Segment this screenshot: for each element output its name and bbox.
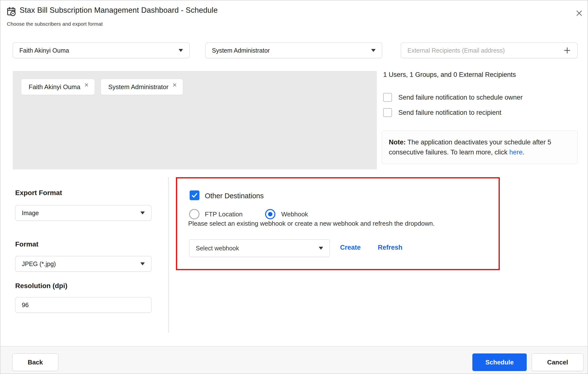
failure-recipient-row: Send failure notification to recipient xyxy=(383,108,501,117)
external-recipients-field[interactable] xyxy=(401,43,578,58)
vertical-divider xyxy=(168,177,169,333)
schedule-calendar-icon xyxy=(6,6,17,17)
chip-label: Faith Akinyi Ouma xyxy=(29,83,80,91)
ftp-location-label: FTP Location xyxy=(205,210,243,218)
failure-owner-label: Send failure notification to schedule ow… xyxy=(398,94,523,101)
page-subtitle: Choose the subscribers and export format xyxy=(7,21,103,27)
group-select-value: System Administrator xyxy=(212,47,270,54)
check-icon xyxy=(191,192,198,199)
export-format-select[interactable]: Image xyxy=(15,205,151,221)
caret-down-icon xyxy=(140,211,145,214)
recipient-summary: 1 Users, 1 Groups, and 0 External Recipi… xyxy=(383,71,516,79)
other-destinations-label: Other Destinations xyxy=(205,192,264,200)
chip-remove-button[interactable] xyxy=(84,83,89,87)
chip-label: System Administrator xyxy=(108,83,169,91)
create-webhook-link[interactable]: Create xyxy=(340,244,361,251)
close-button[interactable] xyxy=(574,8,584,18)
webhook-select-value: Select webhook xyxy=(196,245,239,252)
schedule-dialog: Stax Bill Subscription Management Dashbo… xyxy=(0,0,588,374)
failure-recipient-label: Send failure notification to recipient xyxy=(398,109,501,117)
schedule-button[interactable]: Schedule xyxy=(472,353,527,371)
ftp-location-radio[interactable] xyxy=(189,209,199,219)
user-select[interactable]: Faith Akinyi Ouma xyxy=(13,43,190,58)
caret-down-icon xyxy=(319,247,323,250)
format-value: JPEG (*.jpg) xyxy=(22,260,56,268)
export-format-heading: Export Format xyxy=(15,189,62,197)
chip-remove-button[interactable] xyxy=(172,83,177,87)
selected-recipients-panel: Faith Akinyi Ouma System Administrator xyxy=(13,71,377,169)
format-heading: Format xyxy=(15,240,38,248)
caret-down-icon xyxy=(140,262,145,265)
plus-icon xyxy=(563,47,571,54)
note-text: The application deactivates your schedul… xyxy=(389,139,551,156)
group-select[interactable]: System Administrator xyxy=(205,43,382,58)
note-here-link[interactable]: here xyxy=(509,149,523,156)
external-recipients-input[interactable] xyxy=(407,47,563,54)
page-title: Stax Bill Subscription Management Dashbo… xyxy=(20,6,218,15)
webhook-radio[interactable] xyxy=(265,209,275,219)
recipient-chip: Faith Akinyi Ouma xyxy=(21,79,95,95)
webhook-label: Webhook xyxy=(281,210,308,218)
format-select[interactable]: JPEG (*.jpg) xyxy=(15,256,151,272)
failure-owner-checkbox[interactable] xyxy=(383,93,392,102)
failure-owner-row: Send failure notification to schedule ow… xyxy=(383,93,523,102)
webhook-helper-text: Please select an existing webhook or cre… xyxy=(188,220,435,227)
resolution-input[interactable] xyxy=(22,302,145,309)
cancel-button[interactable]: Cancel xyxy=(532,353,584,371)
close-icon xyxy=(576,10,583,17)
other-destinations-checkbox[interactable] xyxy=(190,190,199,200)
close-icon xyxy=(172,83,177,87)
caret-down-icon xyxy=(179,49,183,52)
caret-down-icon xyxy=(371,49,376,52)
back-button[interactable]: Back xyxy=(12,353,58,371)
add-recipient-button[interactable] xyxy=(563,47,571,54)
resolution-heading: Resolution (dpi) xyxy=(15,282,67,290)
note-box: Note: The application deactivates your s… xyxy=(382,131,578,164)
recipient-chip: System Administrator xyxy=(101,79,183,95)
webhook-select[interactable]: Select webhook xyxy=(189,239,330,257)
user-select-value: Faith Akinyi Ouma xyxy=(19,47,69,54)
close-icon xyxy=(84,83,89,87)
note-suffix: . xyxy=(523,149,525,156)
refresh-webhook-link[interactable]: Refresh xyxy=(378,244,403,251)
failure-recipient-checkbox[interactable] xyxy=(383,108,392,117)
radio-dot xyxy=(268,212,272,216)
note-label: Note: xyxy=(389,139,406,146)
export-format-value: Image xyxy=(22,210,39,217)
resolution-field xyxy=(15,297,151,313)
